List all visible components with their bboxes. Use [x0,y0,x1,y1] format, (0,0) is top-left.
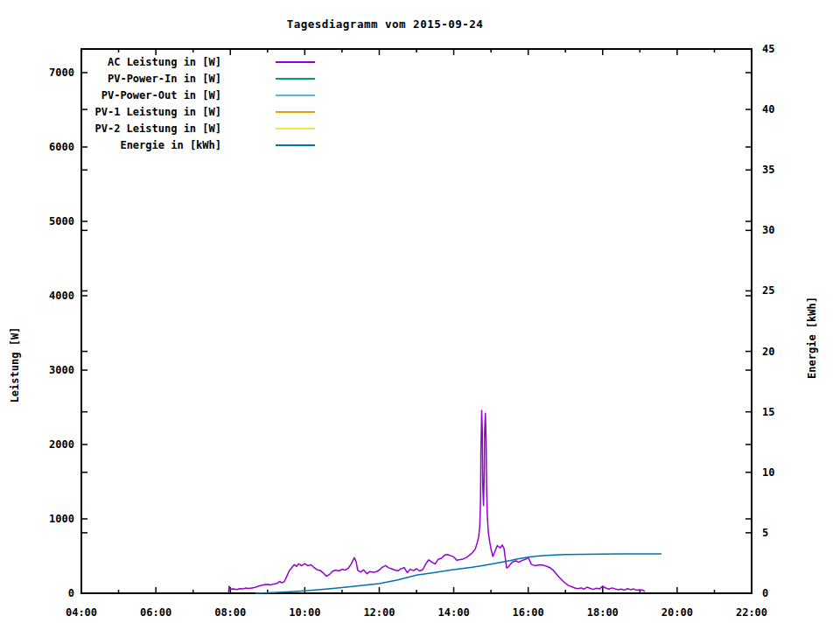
y-left-tick-label: 1000 [49,513,74,525]
plot-svg: 04:0006:0008:0010:0012:0014:0016:0018:00… [0,0,840,630]
y-left-tick-label: 6000 [49,141,74,153]
y-left-tick-label: 4000 [49,290,74,302]
legend-label: PV-Power-Out in [W] [102,89,221,102]
y-right-tick-label: 20 [762,346,774,358]
legend-label: PV-Power-In in [W] [108,73,221,85]
y-left-tick-label: 3000 [49,364,74,376]
x-tick-label: 10:00 [289,606,320,619]
x-tick-label: 16:00 [513,606,544,619]
y-right-axis-label: Energie [kWh] [806,242,818,434]
legend-label: Energie in [kWh] [120,139,221,151]
legend-label: PV-2 Leistung in [W] [95,122,222,135]
x-tick-label: 20:00 [662,606,693,619]
chart-title: Tagesdiagramm vom 2015-09-24 [0,18,770,31]
x-tick-label: 22:00 [736,606,767,619]
x-tick-label: 14:00 [438,606,469,619]
y-left-tick-label: 5000 [49,215,74,228]
legend-label: PV-1 Leistung in [W] [95,106,222,118]
y-right-tick-label: 15 [762,406,774,418]
y-left-axis-label: Leistung [W] [9,269,21,461]
series-ac-leistung-in-w- [228,410,645,593]
x-tick-label: 18:00 [587,606,619,619]
x-tick-label: 08:00 [214,606,246,619]
y-right-tick-label: 45 [762,43,774,55]
legend-label: AC Leistung in [W] [108,56,221,68]
x-tick-label: 12:00 [363,606,395,619]
y-right-tick-label: 0 [762,587,768,599]
y-right-tick-label: 35 [762,164,774,176]
y-left-tick-label: 7000 [49,66,74,79]
y-left-tick-label: 0 [68,587,74,599]
y-right-tick-label: 5 [762,527,768,539]
y-right-tick-label: 25 [762,284,774,297]
tagesdiagramm-chart: Tagesdiagramm vom 2015-09-24 Leistung [W… [0,0,840,630]
y-right-tick-label: 10 [762,466,774,479]
y-left-tick-label: 2000 [49,438,74,451]
x-tick-label: 06:00 [140,606,172,619]
x-tick-label: 04:00 [66,606,97,619]
y-right-tick-label: 40 [762,103,774,116]
y-right-tick-label: 30 [762,224,774,236]
